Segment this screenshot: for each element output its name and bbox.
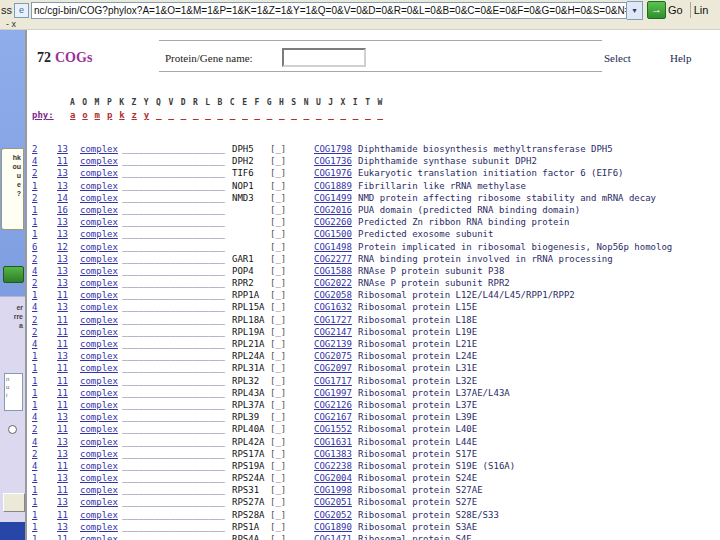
genome-count-link[interactable]: 14 [57, 192, 80, 204]
cog-id-link[interactable]: COG2167 [314, 411, 358, 423]
row-checkbox[interactable]: [_] [270, 216, 314, 228]
complex-link[interactable]: complex [80, 448, 122, 460]
row-checkbox[interactable]: [_] [270, 484, 314, 496]
pattern-marker-link[interactable]: 2 [32, 448, 57, 460]
genome-count-link[interactable]: 12 [57, 241, 80, 253]
genome-count-link[interactable]: 13 [57, 167, 80, 179]
complex-link[interactable]: complex [80, 326, 122, 338]
cog-id-link[interactable]: COG1500 [314, 228, 358, 240]
cog-id-link[interactable]: COG1727 [314, 314, 358, 326]
genome-count-link[interactable]: 11 [57, 362, 80, 374]
pattern-marker-link[interactable]: 2 [32, 143, 57, 155]
row-checkbox[interactable]: [_] [270, 533, 314, 540]
pattern-marker-link[interactable]: 1 [32, 375, 57, 387]
pattern-marker-link[interactable]: 1 [32, 362, 57, 374]
complex-link[interactable]: complex [80, 204, 122, 216]
row-checkbox[interactable]: [_] [270, 496, 314, 508]
green-button-fragment[interactable] [3, 266, 24, 283]
complex-link[interactable]: complex [80, 509, 122, 521]
genome-count-link[interactable]: 11 [57, 375, 80, 387]
genome-count-link[interactable]: 11 [57, 314, 80, 326]
complex-link[interactable]: complex [80, 496, 122, 508]
pattern-marker-link[interactable]: 1 [32, 228, 57, 240]
pattern-marker-link[interactable]: 1 [32, 216, 57, 228]
pattern-marker-link[interactable]: 4 [32, 460, 57, 472]
cog-id-link[interactable]: COG2126 [314, 399, 358, 411]
pattern-marker-link[interactable]: 1 [32, 399, 57, 411]
row-checkbox[interactable]: [_] [270, 387, 314, 399]
pattern-marker-link[interactable]: 6 [32, 241, 57, 253]
row-checkbox[interactable]: [_] [270, 338, 314, 350]
complex-link[interactable]: complex [80, 228, 122, 240]
pattern-marker-link[interactable]: 2 [32, 277, 57, 289]
listbox-fragment[interactable]: nui [4, 373, 23, 411]
genome-count-link[interactable]: 13 [57, 180, 80, 192]
pattern-marker-link[interactable]: 1 [32, 472, 57, 484]
cog-id-link[interactable]: COG1498 [314, 241, 358, 253]
genome-count-link[interactable]: 13 [57, 350, 80, 362]
genome-count-link[interactable]: 11 [57, 326, 80, 338]
go-button[interactable]: → [647, 1, 666, 19]
complex-link[interactable]: complex [80, 375, 122, 387]
go-label[interactable]: Go [668, 4, 683, 16]
genome-count-link[interactable]: 11 [57, 338, 80, 350]
complex-link[interactable]: complex [80, 314, 122, 326]
genome-count-link[interactable]: 11 [57, 533, 80, 540]
complex-link[interactable]: complex [80, 167, 122, 179]
row-checkbox[interactable]: [_] [270, 143, 314, 155]
row-checkbox[interactable]: [_] [270, 362, 314, 374]
genome-count-link[interactable]: 13 [57, 301, 80, 313]
complex-link[interactable]: complex [80, 484, 122, 496]
complex-link[interactable]: complex [80, 301, 122, 313]
genome-count-link[interactable]: 13 [57, 253, 80, 265]
genome-count-link[interactable]: 11 [57, 155, 80, 167]
pattern-marker-link[interactable]: 4 [32, 436, 57, 448]
cog-id-link[interactable]: COG2058 [314, 289, 358, 301]
complex-link[interactable]: complex [80, 253, 122, 265]
complex-link[interactable]: complex [80, 362, 122, 374]
row-checkbox[interactable]: [_] [270, 314, 314, 326]
row-checkbox[interactable]: [_] [270, 423, 314, 435]
cog-id-link[interactable]: COG1588 [314, 265, 358, 277]
row-checkbox[interactable]: [_] [270, 472, 314, 484]
pattern-marker-link[interactable]: 1 [32, 484, 57, 496]
cog-id-link[interactable]: COG2147 [314, 326, 358, 338]
phy-link[interactable]: phy: [32, 110, 54, 120]
genome-count-link[interactable]: 13 [57, 265, 80, 277]
genome-count-link[interactable]: 11 [57, 423, 80, 435]
row-checkbox[interactable]: [_] [270, 521, 314, 533]
pattern-marker-link[interactable]: 1 [32, 387, 57, 399]
complex-link[interactable]: complex [80, 180, 122, 192]
complex-link[interactable]: complex [80, 143, 122, 155]
genome-count-link[interactable]: 13 [57, 472, 80, 484]
complex-link[interactable]: complex [80, 399, 122, 411]
pattern-marker-link[interactable]: 1 [32, 533, 57, 540]
row-checkbox[interactable]: [_] [270, 509, 314, 521]
genome-count-link[interactable]: 11 [57, 387, 80, 399]
cog-id-link[interactable]: COG2075 [314, 350, 358, 362]
row-checkbox[interactable]: [_] [270, 253, 314, 265]
row-checkbox[interactable]: [_] [270, 167, 314, 179]
cog-id-link[interactable]: COG2277 [314, 253, 358, 265]
row-checkbox[interactable]: [_] [270, 326, 314, 338]
genome-count-link[interactable]: 13 [57, 411, 80, 423]
complex-link[interactable]: complex [80, 289, 122, 301]
row-checkbox[interactable]: [_] [270, 411, 314, 423]
radio-button-fragment[interactable] [8, 425, 17, 434]
complex-link[interactable]: complex [80, 472, 122, 484]
pattern-marker-link[interactable]: 1 [32, 204, 57, 216]
cog-id-link[interactable]: COG2139 [314, 338, 358, 350]
dialog-button-fragment[interactable] [3, 493, 25, 512]
url-dropdown-button[interactable]: ▾ [627, 1, 643, 20]
pattern-marker-link[interactable]: 2 [32, 314, 57, 326]
pattern-marker-link[interactable]: 4 [32, 155, 57, 167]
complex-link[interactable]: complex [80, 436, 122, 448]
cog-id-link[interactable]: COG1736 [314, 155, 358, 167]
genome-count-link[interactable]: 11 [57, 509, 80, 521]
cog-id-link[interactable]: COG2004 [314, 472, 358, 484]
cog-id-link[interactable]: COG1552 [314, 423, 358, 435]
pattern-marker-link[interactable]: 4 [32, 301, 57, 313]
cog-id-link[interactable]: COG2022 [314, 277, 358, 289]
complex-link[interactable]: complex [80, 192, 122, 204]
complex-link[interactable]: complex [80, 460, 122, 472]
